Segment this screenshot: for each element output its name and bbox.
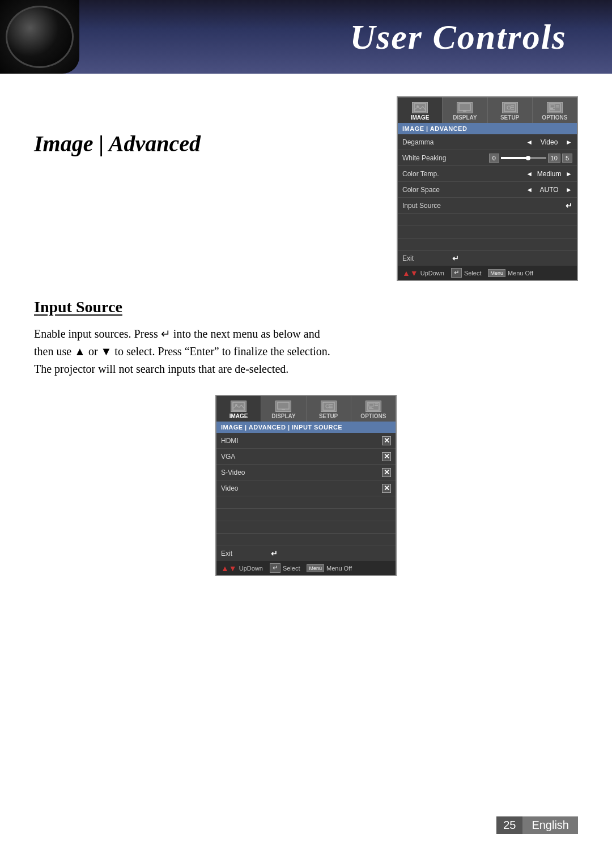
tab-setup-2[interactable]: SETUP bbox=[307, 396, 351, 422]
tab-setup-label-1: SETUP bbox=[500, 114, 519, 121]
osd1-updown-icon: ▲▼ bbox=[402, 269, 418, 278]
options-tab-icon bbox=[547, 102, 563, 113]
section-title-area: Image | Advanced bbox=[34, 96, 278, 281]
osd1-row-degamma: Degamma ◄ Video ► bbox=[398, 134, 577, 150]
hdmi-checkbox[interactable]: ✕ bbox=[382, 436, 391, 445]
video-label: Video bbox=[221, 484, 382, 492]
white-peaking-thumb bbox=[526, 156, 530, 160]
svg-rect-12 bbox=[550, 109, 555, 110]
tab-display-1[interactable]: DISPLAY bbox=[443, 97, 487, 123]
setup-tab-icon bbox=[502, 102, 518, 113]
osd2-exit-label: Exit bbox=[221, 550, 232, 558]
tab-setup-1[interactable]: SETUP bbox=[488, 97, 533, 123]
osd2-row-vga: VGA ✕ bbox=[216, 449, 396, 465]
display-tab-icon bbox=[457, 102, 473, 113]
color-space-left-arrow[interactable]: ◄ bbox=[526, 186, 533, 194]
osd2-updown-label: UpDown bbox=[239, 565, 263, 572]
tab-options-label-1: OPTIONS bbox=[542, 114, 567, 121]
color-temp-right-arrow[interactable]: ► bbox=[566, 170, 572, 178]
osd2-footer: ▲▼ UpDown ↵ Select Menu Menu Off bbox=[216, 561, 396, 575]
header: User Controls bbox=[0, 0, 612, 74]
osd2-exit-row: Exit ↵ bbox=[216, 546, 396, 561]
svg-rect-14 bbox=[556, 107, 559, 108]
osd2-row-hdmi: HDMI ✕ bbox=[216, 433, 396, 449]
page-number: 25 bbox=[496, 816, 522, 834]
osd1-exit-row: Exit ↵ bbox=[398, 251, 577, 266]
osd2-menu-icon: Menu bbox=[307, 564, 324, 572]
osd2-breadcrumb: IMAGE | ADVANCED | INPUT SOURCE bbox=[216, 422, 396, 433]
color-space-controls: ◄ AUTO ► bbox=[465, 186, 572, 194]
image-tab-icon-2 bbox=[231, 401, 246, 412]
osd1-select-item: ↵ Select bbox=[451, 268, 482, 278]
osd1-updown-item: ▲▼ UpDown bbox=[402, 269, 444, 278]
osd2-row-video: Video ✕ bbox=[216, 480, 396, 496]
svg-rect-22 bbox=[329, 406, 333, 407]
svg-rect-29 bbox=[375, 405, 378, 406]
osd1-empty-row-2 bbox=[398, 226, 577, 239]
osd2-row-svideo: S-Video ✕ bbox=[216, 465, 396, 480]
svg-rect-7 bbox=[511, 107, 514, 108]
tab-display-label-1: DISPLAY bbox=[453, 114, 477, 121]
osd1-menuoff-label: Menu Off bbox=[508, 270, 533, 276]
input-source-controls: ↵ bbox=[465, 201, 572, 210]
tab-image-label-1: IMAGE bbox=[411, 114, 430, 121]
main-content: Image | Advanced IMAGE DISPLAY bbox=[0, 74, 612, 281]
svg-point-5 bbox=[507, 106, 511, 109]
osd2-select-icon: ↵ bbox=[270, 563, 280, 573]
svg-rect-27 bbox=[369, 408, 373, 409]
osd1-select-label: Select bbox=[464, 270, 482, 276]
osd1-row-white-peaking: White Peaking 0 10 5 bbox=[398, 150, 577, 166]
degamma-left-arrow[interactable]: ◄ bbox=[526, 138, 533, 146]
osd2-tabs: IMAGE DISPLAY SETUP OPTIONS bbox=[216, 396, 396, 422]
white-peaking-value: 5 bbox=[562, 154, 572, 163]
svg-rect-18 bbox=[282, 409, 285, 410]
input-source-desc-line2: then use ▲ or ▼ to select. Press “Enter”… bbox=[34, 345, 330, 358]
tab-image-2[interactable]: IMAGE bbox=[216, 396, 261, 422]
color-space-value: AUTO bbox=[535, 186, 563, 194]
osd1-menu-icon: Menu bbox=[488, 269, 505, 277]
osd2-updown-icon: ▲▼ bbox=[221, 564, 237, 573]
osd1-row-input-source: Input Source ↵ bbox=[398, 198, 577, 214]
svideo-checkbox[interactable]: ✕ bbox=[382, 468, 391, 477]
osd1-updown-label: UpDown bbox=[420, 270, 444, 276]
color-temp-value: Medium bbox=[535, 170, 563, 178]
vga-checkbox[interactable]: ✕ bbox=[382, 452, 391, 461]
video-checkbox[interactable]: ✕ bbox=[382, 484, 391, 493]
osd1-select-icon: ↵ bbox=[451, 268, 462, 278]
color-temp-left-arrow[interactable]: ◄ bbox=[526, 170, 533, 178]
input-source-enter[interactable]: ↵ bbox=[566, 201, 572, 210]
input-source-desc-line1: Enable input sources. Press ↵ into the n… bbox=[34, 327, 320, 340]
svg-rect-2 bbox=[459, 104, 470, 110]
image-tab-icon bbox=[412, 102, 428, 113]
tab-display-2[interactable]: DISPLAY bbox=[261, 396, 306, 422]
svg-rect-3 bbox=[463, 110, 466, 112]
osd2-updown-item: ▲▼ UpDown bbox=[221, 564, 263, 573]
color-space-right-arrow[interactable]: ► bbox=[566, 186, 572, 194]
osd1-empty-row-3 bbox=[398, 239, 577, 251]
page-footer: 25 English bbox=[496, 816, 578, 834]
tab-options-1[interactable]: OPTIONS bbox=[533, 97, 577, 123]
osd2-menuoff-label: Menu Off bbox=[326, 565, 352, 572]
osd2-section: IMAGE DISPLAY SETUP OPTIONS bbox=[0, 395, 612, 576]
input-source-desc: Enable input sources. Press ↵ into the n… bbox=[34, 325, 499, 378]
setup-tab-icon-2 bbox=[321, 401, 337, 412]
tab-options-2[interactable]: OPTIONS bbox=[351, 396, 396, 422]
white-peaking-slider[interactable] bbox=[501, 157, 546, 159]
osd2-exit-enter[interactable]: ↵ bbox=[271, 549, 278, 558]
osd1-breadcrumb: IMAGE | ADVANCED bbox=[398, 123, 577, 134]
svideo-label: S-Video bbox=[221, 469, 382, 476]
osd1-exit-enter[interactable]: ↵ bbox=[452, 254, 459, 263]
osd1-exit-label: Exit bbox=[402, 254, 414, 262]
osd1-row-color-temp: Color Temp. ◄ Medium ► bbox=[398, 166, 577, 182]
svg-point-20 bbox=[326, 405, 329, 408]
degamma-value: Video bbox=[535, 138, 563, 146]
svg-rect-26 bbox=[369, 407, 372, 408]
page-title: User Controls bbox=[350, 17, 567, 57]
osd1-row-color-space: Color Space ◄ AUTO ► bbox=[398, 182, 577, 198]
degamma-right-arrow[interactable]: ► bbox=[566, 138, 572, 146]
hdmi-label: HDMI bbox=[221, 437, 382, 445]
white-peaking-controls: 0 10 5 bbox=[465, 154, 572, 163]
color-temp-label: Color Temp. bbox=[402, 170, 465, 178]
tab-image-1[interactable]: IMAGE bbox=[398, 97, 443, 123]
osd2-select-item: ↵ Select bbox=[270, 563, 300, 573]
